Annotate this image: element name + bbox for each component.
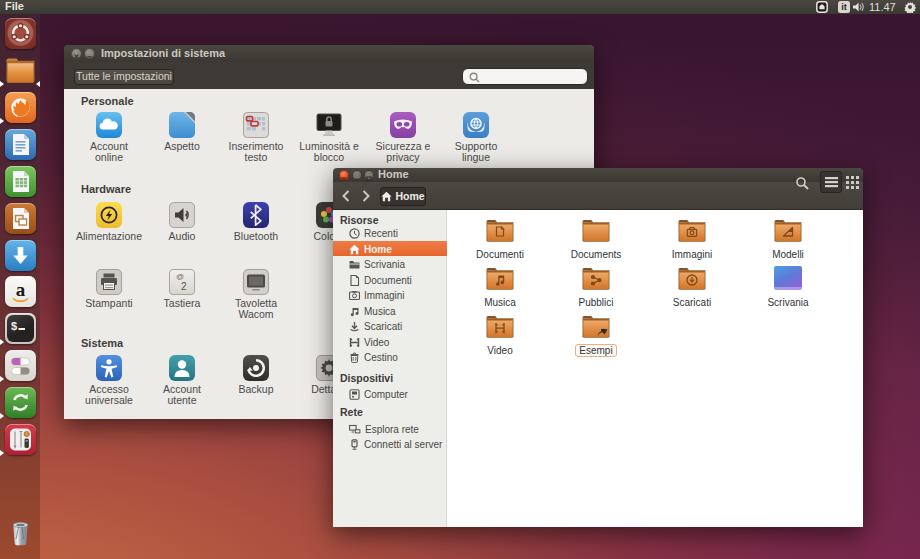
svg-text:a: a bbox=[16, 279, 26, 300]
svg-text:2: 2 bbox=[181, 281, 187, 292]
svg-text:@: @ bbox=[176, 272, 184, 281]
svg-text:$: $ bbox=[11, 320, 17, 332]
